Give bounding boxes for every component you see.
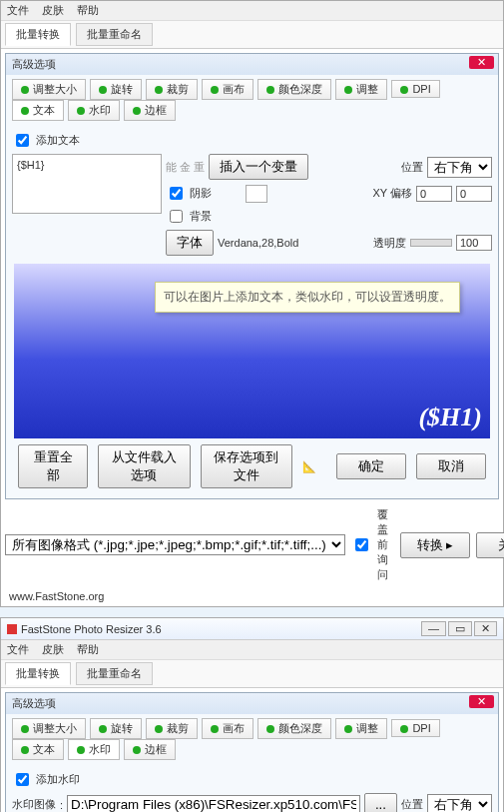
cb-addtext[interactable] <box>16 134 29 147</box>
max-icon[interactable]: ▭ <box>448 621 472 636</box>
ot-watermark[interactable]: 水印 <box>68 739 120 760</box>
menu-help[interactable]: 帮助 <box>77 643 99 655</box>
arrow-icons[interactable]: 能 金 重 <box>166 160 205 175</box>
ot-dpi[interactable]: DPI <box>391 719 439 737</box>
ot-adjust[interactable]: 调整 <box>335 718 387 739</box>
app-title: FastStone Photo Resizer 3.6 <box>21 623 162 635</box>
tab-rename[interactable]: 批量重命名 <box>76 662 153 685</box>
btn-save[interactable]: 保存选项到文件 <box>201 444 293 488</box>
ot-text[interactable]: 文本 <box>12 739 64 760</box>
advanced-panel: 高级选项 ✕ 调整大小 旋转 裁剪 画布 颜色深度 调整 DPI 文本 水印 边… <box>5 53 499 499</box>
lbl-addtext: 添加文本 <box>36 133 80 148</box>
lbl-xyoff: XY 偏移 <box>372 186 412 201</box>
input-wmpath[interactable] <box>67 795 360 812</box>
cb-bg[interactable] <box>170 210 183 223</box>
tab-convert[interactable]: 批量转换 <box>5 662 71 685</box>
cb-addwm[interactable] <box>16 773 29 786</box>
lbl-bg: 背景 <box>190 209 212 224</box>
menubar: 文件 皮肤 帮助 <box>1 1 503 21</box>
btn-insert-var[interactable]: 插入一个变量 <box>209 154 308 180</box>
text-tab-content: 添加文本 {$H1} 能 金 重 插入一个变量 位置 右下角 阴影 XY 偏移 … <box>6 125 498 498</box>
ot-crop[interactable]: 裁剪 <box>146 718 198 739</box>
lbl-fontdesc: Verdana,28,Bold <box>218 237 298 249</box>
text-input[interactable]: {$H1} <box>12 154 162 214</box>
ot-border[interactable]: 边框 <box>124 739 176 760</box>
tab-convert[interactable]: 批量转换 <box>5 23 71 46</box>
lbl-addwm: 添加水印 <box>36 772 80 787</box>
sel-pos[interactable]: 右下角 <box>427 794 492 812</box>
min-icon[interactable]: — <box>421 621 446 636</box>
wm-tab-content: 添加水印 水印图像: ... 位置 右下角 阴影 背景 圆形 透明度 100 X… <box>6 764 498 812</box>
panel-header: 高级选项 ✕ <box>6 693 498 714</box>
spin-x[interactable]: 0 <box>416 186 452 202</box>
window-2: FastStone Photo Resizer 3.6 — ▭ ✕ 文件 皮肤 … <box>0 617 504 812</box>
ot-resize[interactable]: 调整大小 <box>12 718 86 739</box>
btn-reset[interactable]: 重置全部 <box>18 444 88 488</box>
panel-title: 高级选项 <box>12 697 56 709</box>
ot-rotate[interactable]: 旋转 <box>90 79 142 100</box>
ot-rotate[interactable]: 旋转 <box>90 718 142 739</box>
ot-dpi[interactable]: DPI <box>391 80 439 98</box>
design-icon[interactable]: 📐 <box>302 460 316 473</box>
spin-y[interactable]: 0 <box>456 186 492 202</box>
callout: 可以在图片上添加文本，类似水印，可以设置透明度。 <box>155 282 460 313</box>
lbl-opacity: 透明度 <box>373 236 406 251</box>
option-tabs: 调整大小 旋转 裁剪 画布 颜色深度 调整 DPI 文本 水印 边框 <box>6 75 498 125</box>
close-icon[interactable]: ✕ <box>469 695 494 708</box>
close-icon[interactable]: ✕ <box>469 56 494 69</box>
main-tabs: 批量转换 批量重命名 <box>1 660 503 688</box>
titlebar: FastStone Photo Resizer 3.6 — ▭ ✕ <box>1 618 503 640</box>
cb-overwrite[interactable] <box>355 538 368 551</box>
color-swatch[interactable] <box>246 185 267 203</box>
tab-rename[interactable]: 批量重命名 <box>76 23 153 46</box>
slider-opacity[interactable] <box>410 239 452 247</box>
menu-skin[interactable]: 皮肤 <box>42 4 64 16</box>
spin-opacity[interactable]: 100 <box>456 235 492 251</box>
ot-depth[interactable]: 颜色深度 <box>257 79 331 100</box>
btn-font[interactable]: 字体 <box>166 230 214 256</box>
lbl-pos: 位置 <box>401 160 423 175</box>
menu-file[interactable]: 文件 <box>7 4 29 16</box>
option-tabs: 调整大小 旋转 裁剪 画布 颜色深度 调整 DPI 文本 水印 边框 <box>6 714 498 764</box>
lbl-overwrite: 覆盖前询问 <box>377 507 388 582</box>
menubar: 文件 皮肤 帮助 <box>1 640 503 660</box>
btn-ok[interactable]: 确定 <box>336 453 406 479</box>
panel-title: 高级选项 <box>12 58 56 70</box>
menu-file[interactable]: 文件 <box>7 643 29 655</box>
lbl-shadow: 阴影 <box>190 186 212 201</box>
menu-skin[interactable]: 皮肤 <box>42 643 64 655</box>
ot-depth[interactable]: 颜色深度 <box>257 718 331 739</box>
ot-watermark[interactable]: 水印 <box>68 100 120 121</box>
x-icon[interactable]: ✕ <box>474 621 497 636</box>
lbl-wmpath: 水印图像 <box>12 797 56 812</box>
preview: 可以在图片上添加文本，类似水印，可以设置透明度。 ($H1) <box>14 264 490 438</box>
ot-canvas[interactable]: 画布 <box>202 718 253 739</box>
sel-pos[interactable]: 右下角 <box>427 157 492 178</box>
lbl-pos: 位置 <box>401 797 423 812</box>
ot-canvas[interactable]: 画布 <box>202 79 253 100</box>
ot-resize[interactable]: 调整大小 <box>12 79 86 100</box>
btn-load[interactable]: 从文件载入选项 <box>98 444 191 488</box>
app-icon <box>7 624 17 634</box>
panel-header: 高级选项 ✕ <box>6 54 498 75</box>
ot-text[interactable]: 文本 <box>12 100 64 121</box>
watermark-text: ($H1) <box>418 403 482 432</box>
ot-border[interactable]: 边框 <box>124 100 176 121</box>
sel-format[interactable]: 所有图像格式 (*.jpg;*.jpe;*.jpeg;*.bmp;*.gif;*… <box>5 534 345 555</box>
link[interactable]: www.FastStone.org <box>1 586 503 606</box>
ot-adjust[interactable]: 调整 <box>335 79 387 100</box>
window-1: 文件 皮肤 帮助 批量转换 批量重命名 高级选项 ✕ 调整大小 旋转 裁剪 画布… <box>0 0 504 607</box>
btn-browse[interactable]: ... <box>364 793 397 812</box>
menu-help[interactable]: 帮助 <box>77 4 99 16</box>
cb-shadow[interactable] <box>170 187 183 200</box>
footer: 所有图像格式 (*.jpg;*.jpe;*.jpeg;*.bmp;*.gif;*… <box>1 503 503 586</box>
advanced-panel: 高级选项 ✕ 调整大小 旋转 裁剪 画布 颜色深度 调整 DPI 文本 水印 边… <box>5 692 499 812</box>
btn-close[interactable]: 关闭 <box>476 532 504 558</box>
btn-convert[interactable]: 转换 ▸ <box>400 532 470 558</box>
btn-cancel[interactable]: 取消 <box>416 453 486 479</box>
main-tabs: 批量转换 批量重命名 <box>1 21 503 49</box>
ot-crop[interactable]: 裁剪 <box>146 79 198 100</box>
